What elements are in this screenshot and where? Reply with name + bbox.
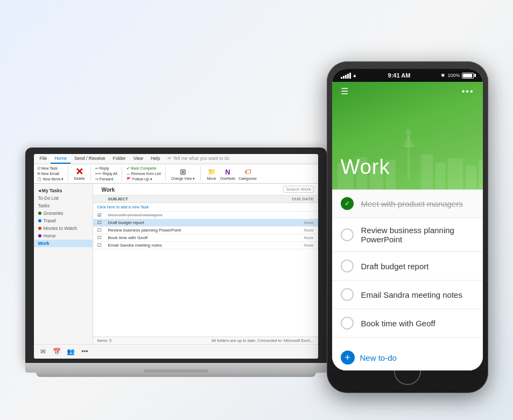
- laptop-screen: File Home Send / Receive Folder View Hel…: [34, 154, 318, 359]
- task-circle[interactable]: [341, 260, 354, 272]
- tab-send-receive[interactable]: Send / Receive: [71, 154, 109, 164]
- scene: File Home Send / Receive Folder View Hel…: [25, 27, 488, 393]
- signal-bar-1: [341, 77, 342, 79]
- task-done-circle[interactable]: ✓: [341, 197, 354, 210]
- task-checkbox[interactable]: ☐: [97, 220, 108, 225]
- svg-rect-11: [448, 158, 463, 190]
- follow-up-button[interactable]: 🚩 Follow Up ▾: [127, 177, 161, 181]
- sidebar-item-tasks[interactable]: Tasks: [34, 202, 93, 209]
- svg-rect-10: [435, 163, 445, 190]
- sidebar-item-travel[interactable]: Travel: [34, 217, 93, 225]
- onenote-button[interactable]: N OneNote: [219, 166, 236, 181]
- sidebar-item-movies[interactable]: Movies to Watch: [34, 225, 93, 232]
- remove-from-list-button[interactable]: — Remove from List: [127, 171, 161, 176]
- list-item[interactable]: Review business planning PowerPoint: [332, 218, 483, 252]
- tab-search[interactable]: ✏ Tell me what you want to do: [164, 154, 233, 164]
- task-due: None: [287, 228, 314, 233]
- tab-help[interactable]: Help: [147, 154, 164, 164]
- move-icon: 📁: [206, 167, 217, 177]
- new-email-button[interactable]: ✉ New Email: [37, 171, 64, 176]
- list-item[interactable]: ✓ Meet with product managers: [332, 190, 483, 218]
- task-search-box[interactable]: Search Work: [283, 186, 313, 193]
- view-icon: ⊞: [178, 167, 188, 177]
- hamburger-menu-icon[interactable]: ☰: [341, 86, 348, 96]
- plus-icon: +: [341, 351, 355, 365]
- outlook-body: ◂ My Tasks To-Do List Tasks Groceries Tr…: [34, 184, 318, 344]
- svg-point-3: [406, 129, 411, 134]
- list-item[interactable]: Book time with Geoff: [332, 309, 483, 338]
- task-subject: Review business planning PowerPoint: [108, 228, 287, 233]
- task-circle[interactable]: [341, 317, 354, 330]
- task-subject: Email Sandra meeting notes: [108, 243, 287, 248]
- battery-fill: [463, 74, 472, 78]
- task-subject: Draft budget report: [108, 220, 287, 225]
- change-view-button[interactable]: ⊞ Change View ▾: [170, 166, 196, 181]
- reply-button[interactable]: ↩ Reply: [95, 166, 117, 171]
- home-dot: [38, 234, 41, 237]
- table-row[interactable]: ☐ Review business planning PowerPoint No…: [93, 227, 318, 234]
- sidebar-item-work[interactable]: Work: [34, 240, 93, 247]
- svg-rect-12: [466, 165, 476, 190]
- respond-buttons: ↩ Reply ↩↩ Reply All ↪ Forward: [95, 166, 117, 181]
- task-checkbox[interactable]: ☐: [97, 228, 108, 233]
- forward-button[interactable]: ↪ Forward: [95, 177, 117, 181]
- outlook-statusbar: Items: 5 All folders are up to date. Con…: [93, 337, 318, 344]
- delete-button[interactable]: ✕ Delete: [73, 166, 86, 181]
- new-task-button[interactable]: ☑ New Task: [37, 166, 64, 171]
- status-time: 9:41 AM: [388, 72, 411, 79]
- laptop: File Home Send / Receive Folder View Hel…: [25, 148, 327, 377]
- categorize-button[interactable]: 🏷 Categorize: [237, 166, 258, 181]
- tab-home[interactable]: Home: [51, 154, 71, 164]
- manage-buttons: ✔ Mark Complete — Remove from List 🚩 Fol…: [127, 166, 161, 181]
- move-button[interactable]: 📁 Move: [205, 166, 218, 181]
- table-row[interactable]: ☐ Book time with Geoff None: [93, 234, 318, 242]
- task-text: Book time with Geoff: [361, 319, 474, 328]
- list-item[interactable]: Draft budget report: [332, 252, 483, 281]
- movies-dot: [38, 227, 41, 230]
- task-subject: Book time with Geoff: [108, 235, 287, 240]
- table-row[interactable]: ☐ Email Sandra meeting notes None: [93, 242, 318, 249]
- new-task-row[interactable]: Click here to add a new Task: [93, 203, 318, 212]
- task-circle[interactable]: [341, 228, 354, 241]
- sidebar-item-todo[interactable]: To-Do List: [34, 194, 93, 202]
- toolbar-group-manage: ✔ Mark Complete — Remove from List 🚩 Fol…: [127, 166, 166, 181]
- task-table-header: SUBJECT DUE DATE: [93, 195, 318, 203]
- outlook-app: File Home Send / Receive Folder View Hel…: [34, 154, 318, 359]
- signal-bar-2: [343, 76, 345, 79]
- grocery-dot: [38, 212, 41, 215]
- change-view-label: Change View ▾: [171, 177, 195, 181]
- table-row[interactable]: ☑ Meet with product managers: [93, 212, 318, 219]
- status-left: ▲: [341, 73, 357, 79]
- toolbar-group-delete: ✕ Delete: [73, 166, 90, 181]
- mark-complete-button[interactable]: ✔ Mark Complete: [127, 166, 161, 171]
- delete-label: Delete: [74, 177, 85, 180]
- table-row[interactable]: ☐ Draft budget report None: [93, 219, 318, 227]
- task-text: Meet with product managers: [361, 199, 474, 208]
- task-checkbox[interactable]: ☐: [97, 235, 108, 240]
- mail-nav-icon[interactable]: ✉: [38, 347, 48, 356]
- outlook-tabs: File Home Send / Receive Folder View Hel…: [34, 154, 318, 164]
- people-nav-icon[interactable]: 👥: [66, 347, 76, 356]
- phone-outer: ▲ 9:41 AM ✱ 100% ☰ •••: [327, 61, 488, 393]
- tab-view[interactable]: View: [130, 154, 147, 164]
- task-checkbox[interactable]: ☐: [97, 243, 108, 248]
- move-label: Move: [207, 177, 216, 180]
- delete-icon: ✕: [74, 167, 85, 177]
- task-checkbox[interactable]: ☑: [97, 213, 108, 218]
- new-todo-button[interactable]: + New to-do: [332, 342, 483, 370]
- more-options-icon[interactable]: •••: [462, 87, 474, 96]
- sidebar-item-groceries[interactable]: Groceries: [34, 209, 93, 217]
- reply-all-button[interactable]: ↩↩ Reply All: [95, 171, 117, 176]
- more-nav-icon[interactable]: •••: [80, 347, 90, 356]
- calendar-nav-icon[interactable]: 📅: [52, 347, 62, 356]
- signal-bar-3: [345, 75, 347, 79]
- phone-header: ☰ •••: [332, 82, 483, 190]
- wifi-icon: ▲: [353, 73, 357, 78]
- outlook-sidebar: ◂ My Tasks To-Do List Tasks Groceries Tr…: [34, 184, 93, 344]
- sidebar-item-home[interactable]: Home: [34, 232, 93, 240]
- tab-file[interactable]: File: [36, 154, 51, 164]
- new-items-button[interactable]: 📋 New Items ▾: [37, 177, 64, 181]
- list-item[interactable]: Email Sandra meeting notes: [332, 281, 483, 309]
- tab-folder[interactable]: Folder: [109, 154, 130, 164]
- task-circle[interactable]: [341, 288, 354, 301]
